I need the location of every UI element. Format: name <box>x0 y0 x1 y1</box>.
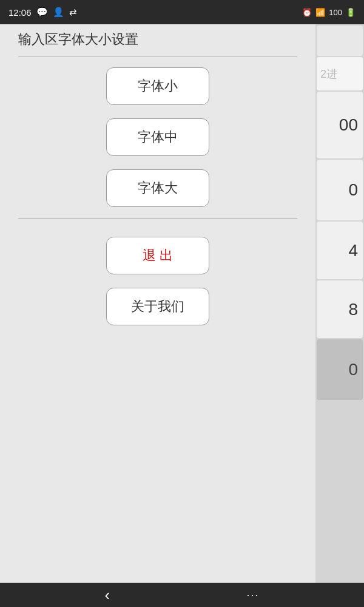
signal-icon: 📶 <box>315 8 325 17</box>
exit-button[interactable]: 退 出 <box>106 237 209 274</box>
status-left: 12:06 💬 👤 ⇄ <box>8 7 77 18</box>
main-layout: 输入区字体大小设置 字体小 字体中 字体大 退 出 关于我们 2进 00 0 4… <box>0 24 364 583</box>
font-small-button[interactable]: 字体小 <box>106 67 209 105</box>
back-button[interactable]: ‹ <box>105 586 110 605</box>
alarm-icon: ⏰ <box>302 8 312 17</box>
more-button[interactable]: ··· <box>246 589 259 602</box>
status-bar: 12:06 💬 👤 ⇄ ⏰ 📶 100 🔋 <box>0 0 364 24</box>
right-value-4: 8 <box>317 280 363 338</box>
right-value-2: 0 <box>317 160 363 220</box>
font-large-button[interactable]: 字体大 <box>106 169 209 207</box>
right-input-cell: 2进 <box>317 57 363 90</box>
font-size-buttons: 字体小 字体中 字体大 <box>0 67 315 207</box>
battery-icon: 🔋 <box>346 8 356 17</box>
page-title: 输入区字体大小设置 <box>0 30 138 49</box>
right-top-spacer <box>317 25 363 56</box>
usb-icon: ⇄ <box>69 7 77 18</box>
battery-label: 100 <box>329 8 342 17</box>
font-medium-button[interactable]: 字体中 <box>106 118 209 156</box>
right-panel: 2进 00 0 4 8 0 <box>315 24 364 583</box>
top-divider <box>18 56 297 56</box>
status-right: ⏰ 📶 100 🔋 <box>302 8 356 17</box>
right-value-5[interactable]: 0 <box>317 339 363 400</box>
left-panel: 输入区字体大小设置 字体小 字体中 字体大 退 出 关于我们 <box>0 24 315 583</box>
right-input-placeholder: 2进 <box>320 67 337 81</box>
right-value-1: 00 <box>317 92 363 158</box>
about-button[interactable]: 关于我们 <box>106 288 209 325</box>
status-time: 12:06 <box>8 7 32 18</box>
bottom-divider <box>18 218 297 219</box>
right-value-3: 4 <box>317 222 363 279</box>
chat-icon: 💬 <box>36 7 48 18</box>
user-add-icon: 👤 <box>53 7 64 18</box>
bottom-nav: ‹ ··· <box>0 583 364 607</box>
bottom-buttons: 退 出 关于我们 <box>0 237 315 325</box>
